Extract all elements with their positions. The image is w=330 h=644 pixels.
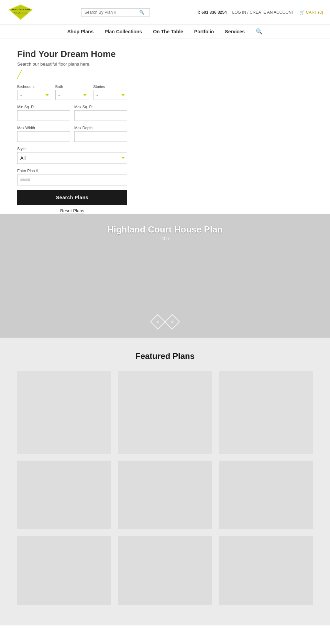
featured-plans-title: Featured Plans	[17, 351, 313, 361]
max-depth-input[interactable]	[74, 131, 127, 142]
max-width-group: Max Width	[17, 126, 70, 142]
bedrooms-select[interactable]: - 1 2 3 4 5 6+	[18, 90, 51, 100]
featured-banner: Highland Court House Plan 2077 < >	[0, 214, 330, 338]
plans-grid-row1	[17, 371, 313, 454]
stories-group: Stories - 1 1.5 2 3+	[93, 84, 127, 100]
min-sqft-label: Min Sq. Ft.	[17, 105, 70, 109]
max-width-label: Max Width	[17, 126, 70, 130]
search-plans-button[interactable]: Search Plans	[17, 190, 127, 205]
max-sqft-label: Max Sq. Ft.	[74, 105, 127, 109]
plans-grid-row3	[17, 536, 313, 605]
stories-select-wrapper: - 1 1.5 2 3+	[93, 90, 127, 100]
max-sqft-input[interactable]	[74, 110, 127, 121]
search-form: Bedrooms - 1 2 3 4 5 6+ Bath	[17, 84, 127, 214]
main-content: Find Your Dream Home Search our beautifu…	[0, 38, 330, 636]
nav-plan-collections[interactable]: Plan Collections	[104, 29, 142, 34]
plan-number-label: Enter Plan #	[17, 169, 127, 173]
cart-icon: 🛒	[299, 10, 305, 15]
bath-select-wrapper: - 1 1.5 2 2.5 3 3.5 4+	[55, 90, 89, 100]
style-group: Style All Traditional Craftsman Modern F…	[17, 147, 127, 164]
plans-grid-row2	[17, 461, 313, 529]
banner-title: Highland Court House Plan	[107, 224, 223, 235]
nav-shop-plans[interactable]: Shop Plans	[67, 29, 94, 34]
phone-number: T: 601 336 3254	[197, 10, 227, 15]
style-select[interactable]: All Traditional Craftsman Modern Farmhou…	[18, 152, 127, 163]
main-nav: Shop Plans Plan Collections On The Table…	[0, 25, 330, 38]
banner-nav: < >	[152, 316, 178, 327]
cart-link[interactable]: 🛒 CART (0)	[299, 10, 323, 15]
bedrooms-label: Bedrooms	[17, 84, 51, 89]
plan-card-8[interactable]	[118, 536, 212, 605]
plan-card-1[interactable]	[17, 371, 111, 454]
login-link[interactable]: LOG IN / CREATE AN ACCOUNT	[232, 10, 294, 15]
min-sqft-input[interactable]	[17, 110, 70, 121]
stories-label: Stories	[93, 84, 127, 89]
plan-card-3[interactable]	[219, 371, 313, 454]
nav-services[interactable]: Services	[225, 29, 245, 34]
plan-card-5[interactable]	[118, 461, 212, 529]
nav-portfolio[interactable]: Portfolio	[194, 29, 214, 34]
max-depth-label: Max Depth	[74, 126, 127, 130]
banner-next-icon: >	[171, 319, 174, 325]
max-depth-group: Max Depth	[74, 126, 127, 142]
bath-select[interactable]: - 1 1.5 2 2.5 3 3.5 4+	[56, 90, 89, 100]
form-row-2: Min Sq. Ft. Max Sq. Ft.	[17, 105, 127, 121]
banner-next-button[interactable]: >	[164, 314, 180, 329]
logo: HOUSE PLAN ZONE Building Relationships	[7, 3, 34, 22]
stories-select[interactable]: - 1 1.5 2 3+	[94, 90, 127, 100]
plan-card-9[interactable]	[219, 536, 313, 605]
banner-prev-button[interactable]: <	[150, 314, 165, 329]
banner-subtitle: 2077	[161, 236, 170, 241]
top-bar: HOUSE PLAN ZONE Building Relationships 🔍…	[0, 0, 330, 25]
header-search-input[interactable]	[84, 10, 139, 15]
bath-label: Bath	[55, 84, 89, 89]
featured-plans-section: Featured Plans	[0, 338, 330, 625]
decorative-slash: ╱	[17, 70, 313, 79]
nav-on-the-table[interactable]: On The Table	[153, 29, 183, 34]
page-subtitle: Search our beautiful floor plans here.	[17, 61, 313, 67]
header-search-bar[interactable]: 🔍	[81, 8, 150, 16]
style-select-wrapper: All Traditional Craftsman Modern Farmhou…	[17, 152, 127, 164]
max-width-input[interactable]	[17, 131, 70, 142]
plan-card-2[interactable]	[118, 371, 212, 454]
banner-prev-icon: <	[156, 319, 159, 325]
nav-search-icon[interactable]: 🔍	[256, 28, 263, 35]
reset-plans-link[interactable]: Reset Plans	[60, 208, 84, 214]
bath-group: Bath - 1 1.5 2 2.5 3 3.5 4+	[55, 84, 89, 100]
svg-text:Building Relationships: Building Relationships	[14, 12, 27, 14]
header-search-icon[interactable]: 🔍	[139, 10, 144, 15]
style-label: Style	[17, 147, 127, 151]
top-right-nav: T: 601 336 3254 LOG IN / CREATE AN ACCOU…	[197, 10, 323, 15]
form-row-1: Bedrooms - 1 2 3 4 5 6+ Bath	[17, 84, 127, 100]
plan-number-group: Enter Plan #	[17, 169, 127, 190]
plan-card-6[interactable]	[219, 461, 313, 529]
min-sqft-group: Min Sq. Ft.	[17, 105, 70, 121]
logo-area: HOUSE PLAN ZONE Building Relationships	[7, 3, 34, 22]
form-row-3: Max Width Max Depth	[17, 126, 127, 142]
cart-label: CART (0)	[306, 10, 323, 15]
bedrooms-select-wrapper: - 1 2 3 4 5 6+	[17, 90, 51, 100]
bedrooms-group: Bedrooms - 1 2 3 4 5 6+	[17, 84, 51, 100]
svg-text:HOUSE PLAN ZONE: HOUSE PLAN ZONE	[11, 9, 31, 11]
max-sqft-group: Max Sq. Ft.	[74, 105, 127, 121]
plan-number-input[interactable]	[17, 174, 127, 185]
page-title: Find Your Dream Home	[17, 49, 313, 59]
plan-card-4[interactable]	[17, 461, 111, 529]
plan-card-7[interactable]	[17, 536, 111, 605]
